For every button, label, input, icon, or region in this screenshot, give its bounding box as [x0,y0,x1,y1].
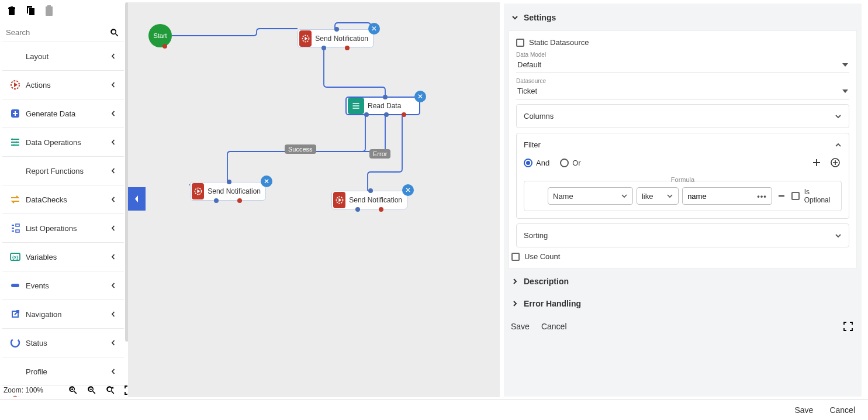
close-icon[interactable]: ✕ [261,175,272,187]
cancel-button[interactable]: Cancel [829,405,855,415]
sorting-header[interactable]: Sorting [524,231,842,240]
plus-box-icon [8,106,22,121]
use-count-checkbox[interactable]: Use Count [511,252,849,261]
filter-condition-row: Name like ••• Is Optional [524,181,842,211]
port[interactable] [237,198,242,203]
filter-label: Filter [524,140,541,149]
checkbox-icon [511,253,520,261]
menu-navigation[interactable]: Navigation [2,300,124,329]
menu-generate-data[interactable]: Generate Data [2,99,124,128]
port[interactable] [379,207,383,212]
more-icon[interactable]: ••• [757,192,767,201]
edge-label-success: Success [285,144,316,154]
filter-value-input[interactable]: ••• [682,187,772,205]
panel-cancel-button[interactable]: Cancel [541,322,567,331]
node-send-notification-3[interactable]: Send Notification ✕ [331,191,407,209]
menu-status[interactable]: Status [2,329,124,357]
add-filter-button[interactable] [810,156,823,169]
close-icon[interactable]: ✕ [402,184,414,196]
node-start[interactable]: Start [148,24,172,47]
filter-operator-select[interactable]: like [637,187,679,205]
svg-point-10 [11,339,19,347]
menu-datachecks[interactable]: DataChecks [2,185,124,214]
canvas[interactable]: Success Error Start Send Notification ✕ … [128,2,500,397]
close-icon[interactable]: ✕ [368,23,380,35]
port[interactable] [384,112,389,117]
chevron-left-icon [109,309,118,319]
port[interactable] [368,188,373,193]
collapse-sidebar-button[interactable] [128,187,146,211]
filter-field-select[interactable]: Name [548,187,633,205]
port[interactable] [334,27,339,32]
filter-section: Filter And Or [516,133,849,219]
save-button[interactable]: Save [794,405,813,415]
port[interactable] [345,46,350,50]
port[interactable] [162,44,167,49]
datasource-select[interactable]: Ticket [516,84,849,99]
chevron-down-icon [842,89,848,93]
menu-actions[interactable]: Actions [2,71,124,99]
description-header[interactable]: Description [509,272,857,291]
paste-icon[interactable] [43,5,55,16]
delete-icon[interactable] [6,5,18,16]
list-tree-icon [8,221,22,235]
error-handling-header[interactable]: Error Handling [509,294,857,313]
add-filter-group-button[interactable] [829,156,842,169]
sorting-label: Sorting [524,231,548,240]
zoom-in-icon[interactable] [67,384,79,397]
chevron-down-icon [511,13,519,22]
filter-value-field[interactable] [687,192,757,201]
menu-events[interactable]: Events [2,271,124,300]
data-model-select[interactable]: Default [516,58,849,73]
menu-variables[interactable]: {x} Variables [2,243,124,271]
port[interactable] [227,180,231,184]
and-radio[interactable]: And [524,159,549,167]
port[interactable] [355,207,360,212]
chevron-left-icon [109,80,118,89]
checkbox-label: Use Count [524,252,560,261]
or-radio[interactable]: Or [560,159,580,167]
panel-actions: Save Cancel [509,316,857,336]
chevron-down-icon [666,192,673,199]
static-datasource-checkbox[interactable]: Static Datasource [516,38,849,47]
settings-body: Static Datasource Data Model Default Dat… [509,30,857,268]
svg-point-2 [12,139,13,140]
search-icon[interactable] [108,26,122,40]
zoom-out-icon[interactable] [85,384,98,397]
port[interactable] [321,46,326,50]
remove-filter-button[interactable] [776,190,788,202]
menu-label: Variables [26,253,109,261]
chevron-down-icon [835,232,842,239]
chevron-left-icon [109,281,118,290]
port[interactable] [402,112,406,117]
target-icon [192,183,204,199]
is-optional-checkbox[interactable]: Is Optional [791,188,836,204]
node-read-data[interactable]: Read Data ✕ [345,97,420,115]
port[interactable] [383,95,388,99]
menu-profile[interactable]: Profile [2,357,124,386]
top-toolbar [6,5,55,16]
node-label: Send Notification [313,35,373,43]
menu-report-functions[interactable]: Report Functions [2,157,124,185]
columns-header[interactable]: Columns [524,112,842,121]
select-value: Name [553,192,573,201]
node-send-notification-1[interactable]: Send Notification ✕ [298,29,374,48]
svg-rect-6 [16,230,19,232]
close-icon[interactable]: ✕ [414,91,426,102]
menu-layout[interactable]: Layout [2,42,124,71]
search-input[interactable] [2,23,108,42]
zoom-reset-icon[interactable] [104,384,117,397]
copy-icon[interactable] [25,5,36,16]
port[interactable] [214,198,219,203]
node-send-notification-2[interactable]: Send Notification ✕ [190,182,266,201]
fullscreen-icon[interactable] [842,320,855,333]
zoom-bar: Zoom: 100% [4,384,136,397]
port[interactable] [364,112,369,117]
settings-header[interactable]: Settings [509,8,857,27]
svg-point-3 [16,142,18,143]
filter-header[interactable]: Filter [524,140,842,149]
menu-list-operations[interactable]: List Operations [2,214,124,243]
chevron-left-icon [109,223,118,233]
menu-data-operations[interactable]: Data Operations [2,128,124,157]
panel-save-button[interactable]: Save [511,322,530,331]
